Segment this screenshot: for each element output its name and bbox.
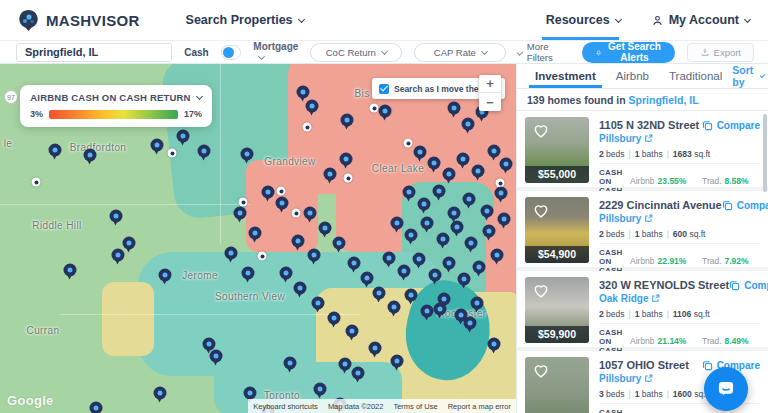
map-pin-marker[interactable]	[373, 287, 386, 300]
map-pin-marker[interactable]	[314, 383, 327, 396]
map-pin-marker[interactable]	[341, 114, 354, 127]
map-pin-marker[interactable]	[465, 237, 478, 250]
panel-scrollbar[interactable]	[763, 114, 767, 192]
map-pin-marker[interactable]	[471, 297, 484, 310]
map-pin-marker[interactable]	[495, 187, 508, 200]
map-pin-marker[interactable]	[391, 217, 404, 230]
map-pin-marker[interactable]	[262, 186, 275, 199]
map-pin-marker[interactable]	[428, 157, 441, 170]
map-pin-marker[interactable]	[339, 358, 352, 371]
zoom-in-button[interactable]: +	[479, 75, 501, 93]
map-pin-marker[interactable]	[304, 207, 317, 220]
property-card[interactable]: $54,900 2229 Cincinnati Avenue Pillsbury…	[517, 191, 768, 267]
map-pin-marker[interactable]	[421, 217, 434, 230]
map-pin-marker[interactable]	[414, 146, 427, 159]
search-input[interactable]	[17, 44, 172, 61]
chat-widget-button[interactable]	[704, 367, 748, 411]
property-card[interactable]: $55,000 1105 N 32ND Street Pillsbury Com…	[517, 111, 768, 187]
mashvisor-logo[interactable]: MASHVISOR	[18, 9, 140, 32]
map-pin-marker[interactable]	[413, 253, 426, 266]
neighborhood-link[interactable]: Pillsbury	[599, 133, 699, 144]
map-pin-marker[interactable]	[405, 289, 418, 302]
map-pin-marker[interactable]	[498, 213, 511, 226]
mortgage-dropdown[interactable]: Mortgage	[253, 41, 298, 63]
map-pin-marker[interactable]	[241, 148, 254, 161]
neighborhood-link[interactable]: Pillsbury	[599, 213, 722, 224]
map-canvas[interactable]: 97 leBradfordtonRiddle HillCurranJeromeS…	[0, 64, 516, 413]
export-button[interactable]: Export	[687, 43, 754, 62]
sort-by-dropdown[interactable]: Sort by	[732, 64, 768, 88]
zoom-out-button[interactable]: −	[479, 93, 501, 111]
map-pin-marker[interactable]	[488, 338, 501, 351]
map-pin-marker[interactable]	[472, 165, 485, 178]
map-pin-marker[interactable]	[308, 249, 321, 262]
compare-button[interactable]: Compare	[729, 279, 768, 291]
map-pin-marker[interactable]	[203, 338, 216, 351]
property-address[interactable]: 1057 OHIO Street	[599, 359, 689, 371]
cap-rate-filter-button[interactable]: CAP Rate	[414, 43, 506, 62]
compare-button[interactable]: Compare	[702, 119, 760, 131]
map-pin-marker[interactable]	[429, 269, 442, 282]
map-pin-marker[interactable]	[391, 355, 404, 368]
map-pin-marker[interactable]	[249, 227, 262, 240]
map-pin-marker[interactable]	[388, 301, 401, 314]
map-pin-marker[interactable]	[483, 225, 496, 238]
map-pin-marker[interactable]	[457, 153, 470, 166]
map-pin-marker[interactable]	[421, 305, 434, 318]
map-pin-marker[interactable]	[488, 145, 501, 158]
map-pin-marker[interactable]	[464, 317, 477, 330]
map-dot-marker[interactable]	[32, 178, 41, 187]
map-dot-marker[interactable]	[168, 149, 177, 158]
property-address[interactable]: 320 W REYNOLDS Street	[599, 279, 729, 291]
compare-button[interactable]: Compare	[722, 199, 768, 211]
map-pin-marker[interactable]	[294, 282, 307, 295]
map-pin-marker[interactable]	[348, 257, 361, 270]
map-pin-marker[interactable]	[242, 267, 255, 280]
map-pin-marker[interactable]	[333, 237, 346, 250]
map-pin-marker[interactable]	[225, 247, 238, 260]
map-pin-marker[interactable]	[473, 261, 486, 274]
map-pin-marker[interactable]	[328, 312, 341, 325]
map-pin-marker[interactable]	[84, 149, 97, 162]
favorite-heart-icon[interactable]	[532, 122, 550, 139]
map-pin-marker[interactable]	[491, 249, 504, 262]
neighborhood-link[interactable]: Pillsbury	[599, 373, 689, 384]
property-photo[interactable]: $54,900	[525, 197, 589, 263]
property-address[interactable]: 2229 Cincinnati Avenue	[599, 199, 722, 211]
map-pin-marker[interactable]	[434, 303, 447, 316]
map-pin-marker[interactable]	[312, 297, 325, 310]
map-dot-marker[interactable]	[258, 252, 267, 261]
get-search-alerts-button[interactable]: Get Search Alerts	[582, 42, 674, 63]
map-pin-marker[interactable]	[451, 221, 464, 234]
tab-airbnb[interactable]: Airbnb	[606, 64, 659, 88]
map-pin-marker[interactable]	[340, 153, 353, 166]
map-pin-marker[interactable]	[369, 342, 382, 355]
tab-investment[interactable]: Investment	[525, 64, 606, 88]
map-pin-marker[interactable]	[481, 205, 494, 218]
map-dot-marker[interactable]	[344, 174, 353, 183]
map-pin-marker[interactable]	[123, 237, 136, 250]
map-pin-marker[interactable]	[443, 168, 456, 181]
map-pin-marker[interactable]	[352, 367, 365, 380]
map-pin-marker[interactable]	[346, 325, 359, 338]
map-pin-marker[interactable]	[437, 233, 450, 246]
map-dot-marker[interactable]	[292, 209, 301, 218]
map-pin-marker[interactable]	[284, 357, 297, 370]
coc-return-filter-button[interactable]: CoC Return	[310, 43, 402, 62]
map-pin-marker[interactable]	[418, 198, 431, 211]
map-pin-marker[interactable]	[49, 144, 62, 157]
map-pin-marker[interactable]	[319, 222, 332, 235]
map-pin-marker[interactable]	[405, 229, 418, 242]
map-pin-marker[interactable]	[383, 252, 396, 265]
map-dot-marker[interactable]	[277, 187, 286, 196]
property-address[interactable]: 1105 N 32ND Street	[599, 119, 699, 131]
map-pin-marker[interactable]	[210, 350, 223, 363]
map-dot-marker[interactable]	[370, 104, 379, 113]
map-pin-marker[interactable]	[306, 100, 319, 113]
map-pin-marker[interactable]	[403, 186, 416, 199]
tab-traditional[interactable]: Traditional	[659, 64, 732, 88]
map-pin-marker[interactable]	[398, 265, 411, 278]
favorite-heart-icon[interactable]	[532, 202, 550, 219]
map-attribution-link[interactable]: Map data ©2022	[323, 399, 389, 413]
map-pin-marker[interactable]	[112, 249, 125, 262]
